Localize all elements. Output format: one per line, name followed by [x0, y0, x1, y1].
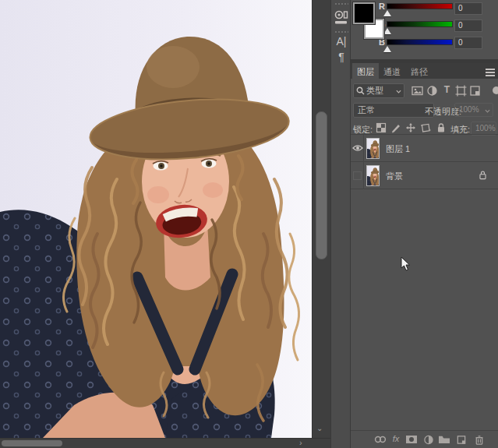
layer-thumbnail[interactable] [366, 165, 380, 186]
lock-all-padlock-icon[interactable] [436, 122, 447, 133]
horizontal-scrollbar-thumb[interactable] [2, 440, 62, 446]
channel-b-value-field[interactable]: 0 [454, 37, 482, 49]
layers-bottom-bar: fx [351, 430, 498, 448]
filter-type-layers-icon[interactable]: T [441, 84, 453, 96]
eye-icon [352, 144, 363, 152]
channel-g-slider[interactable] [387, 21, 453, 27]
dock-grip[interactable] [334, 2, 348, 5]
search-icon [356, 86, 365, 95]
new-adjustment-layer-icon[interactable] [422, 435, 435, 445]
character-panel-icon[interactable]: A| [331, 34, 351, 48]
vertical-scrollbar[interactable]: ⌄ [312, 0, 330, 438]
vertical-scrollbar-thumb[interactable] [316, 111, 327, 259]
paragraph-panel-icon[interactable]: ¶ [331, 50, 351, 64]
tab-channels[interactable]: 通道 [379, 63, 405, 79]
channel-r-value-field[interactable]: 0 [454, 2, 482, 15]
visibility-cell[interactable] [351, 162, 364, 189]
chevron-down-icon [396, 89, 401, 94]
panel-menu-icon[interactable] [486, 69, 495, 78]
layer-filter-type-dropdown[interactable]: 类型 [353, 83, 404, 98]
visibility-off-box [353, 171, 362, 180]
layer-thumbnail[interactable] [366, 138, 380, 159]
tab-layers[interactable]: 图层 [352, 63, 379, 79]
tab-paths[interactable]: 路径 [406, 63, 433, 79]
layers-panel-tabbar: 图层 通道 路径 [351, 63, 498, 79]
channel-r-slider-thumb[interactable] [383, 10, 391, 16]
channel-r-slider[interactable] [387, 3, 453, 9]
opacity-value: 100% [459, 105, 479, 114]
adjustments-panel-glyph [334, 10, 348, 26]
image-canvas[interactable] [0, 0, 312, 438]
filter-smart-objects-icon[interactable] [469, 85, 481, 97]
visibility-cell[interactable] [351, 135, 364, 162]
photoshop-window: ⌄ › A| ¶ R 0 G [0, 0, 498, 448]
add-layer-mask-icon[interactable] [405, 435, 418, 444]
collapsed-panel-dock: A| ¶ [330, 0, 351, 448]
layer-row-background[interactable]: 背景 [351, 162, 498, 189]
photo-girl-with-hat [0, 0, 312, 438]
background-lock-icon [479, 170, 487, 180]
new-group-folder-icon[interactable] [438, 435, 450, 444]
lock-image-pixels-brush-icon[interactable] [390, 122, 401, 133]
channel-b-slider-thumb[interactable] [383, 46, 391, 52]
channel-g-value-field[interactable]: 0 [454, 19, 482, 32]
layer-row-layer1[interactable]: 图层 1 [351, 135, 498, 162]
vertical-scrollbar-chevron-icon[interactable]: ⌄ [316, 424, 323, 432]
horizontal-scrollbar-right-arrow-icon[interactable]: › [299, 438, 302, 447]
panels-column: R 0 G 0 B 0 图层 通道 路径 [351, 0, 498, 448]
link-layers-icon[interactable] [374, 435, 387, 444]
filter-type-label: 类型 [366, 84, 383, 97]
adjustments-panel-icon[interactable] [331, 10, 351, 27]
horizontal-scrollbar[interactable]: › [0, 438, 330, 448]
layer-style-fx-icon[interactable]: fx [390, 434, 402, 443]
lock-position-move-icon[interactable] [405, 122, 416, 133]
new-layer-icon[interactable] [455, 435, 468, 445]
filter-adjustment-layers-icon[interactable] [426, 85, 438, 97]
filter-shape-layers-icon[interactable] [455, 85, 467, 97]
chevron-down-icon [485, 108, 490, 114]
filter-pixel-layers-icon[interactable] [411, 85, 423, 97]
fill-value: 100% [475, 124, 496, 132]
lock-artboard-icon[interactable] [420, 122, 431, 133]
channel-b-slider[interactable] [387, 39, 453, 45]
channel-g-slider-thumb[interactable] [383, 28, 391, 34]
filter-pin-icon[interactable] [491, 85, 498, 97]
blend-mode-dropdown[interactable]: 正常 [353, 103, 434, 118]
foreground-color-swatch[interactable] [353, 2, 375, 24]
lock-transparent-pixels-icon[interactable] [376, 122, 387, 133]
blend-mode-value: 正常 [358, 105, 375, 115]
delete-layer-trash-icon[interactable] [473, 435, 486, 445]
dock-grip[interactable] [334, 30, 348, 34]
layer-name[interactable]: 背景 [386, 171, 403, 182]
opacity-field[interactable]: 100% [454, 103, 493, 117]
layer-name[interactable]: 图层 1 [386, 143, 410, 155]
